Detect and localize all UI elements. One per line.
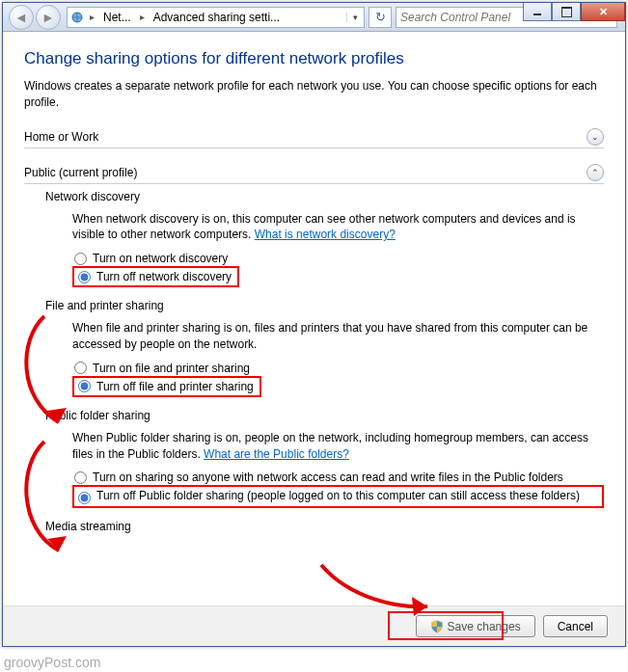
page-intro: Windows creates a separate network profi… bbox=[24, 78, 604, 111]
profile-public-header[interactable]: Public (current profile) ⌃ bbox=[24, 164, 604, 184]
profile-home-label: Home or Work bbox=[24, 130, 98, 144]
section-file-printer-sharing: File and printer sharing When file and p… bbox=[45, 299, 604, 397]
radio-discovery-off[interactable]: Turn off network discovery bbox=[76, 269, 233, 284]
profile-home-header[interactable]: Home or Work ⌄ bbox=[24, 128, 604, 148]
section-title: Network discovery bbox=[45, 190, 604, 203]
radio-discovery-on[interactable]: Turn on network discovery bbox=[72, 251, 604, 266]
titlebar: ◄ ► ▸ Net... ▸ Advanced sharing setti...… bbox=[3, 3, 625, 32]
page-title: Change sharing options for different net… bbox=[24, 49, 604, 68]
section-public-folder-sharing: Public folder sharing When Public folder… bbox=[45, 409, 604, 509]
save-changes-button[interactable]: Save changes bbox=[416, 615, 535, 637]
section-title: Media streaming bbox=[45, 520, 604, 533]
section-network-discovery: Network discovery When network discovery… bbox=[45, 190, 604, 288]
profile-public-label: Public (current profile) bbox=[24, 166, 137, 179]
nav-back-button[interactable]: ◄ bbox=[9, 5, 34, 30]
network-icon bbox=[68, 8, 87, 27]
breadcrumb-seg-network[interactable]: Net... bbox=[97, 11, 137, 24]
watermark: groovyPost.com bbox=[4, 655, 100, 670]
address-bar[interactable]: ▸ Net... ▸ Advanced sharing setti... ▾ bbox=[67, 7, 365, 28]
section-desc: When Public folder sharing is on, people… bbox=[72, 430, 604, 463]
radio-fileprint-on[interactable]: Turn on file and printer sharing bbox=[72, 361, 604, 376]
breadcrumb-arrow-icon: ▸ bbox=[137, 12, 148, 22]
section-title: File and printer sharing bbox=[45, 299, 604, 312]
refresh-button[interactable]: ↻ bbox=[369, 7, 392, 28]
cancel-button[interactable]: Cancel bbox=[543, 615, 608, 637]
close-button[interactable] bbox=[581, 3, 625, 21]
help-link-network-discovery[interactable]: What is network discovery? bbox=[255, 228, 396, 241]
maximize-button[interactable] bbox=[552, 3, 581, 21]
help-link-public-folders[interactable]: What are the Public folders? bbox=[204, 447, 349, 461]
shield-icon bbox=[430, 620, 444, 633]
section-desc: When network discovery is on, this compu… bbox=[72, 211, 604, 244]
radio-publicfolder-on[interactable]: Turn on sharing so anyone with network a… bbox=[72, 470, 604, 485]
address-dropdown-icon[interactable]: ▾ bbox=[346, 13, 364, 22]
radio-fileprint-off[interactable]: Turn off file and printer sharing bbox=[76, 379, 256, 394]
content-pane: Change sharing options for different net… bbox=[3, 32, 625, 606]
annotation-highlight: Turn off file and printer sharing bbox=[72, 376, 261, 397]
annotation-highlight: Turn off network discovery bbox=[72, 266, 239, 287]
nav-forward-button[interactable]: ► bbox=[36, 5, 61, 30]
section-media-streaming: Media streaming bbox=[45, 520, 604, 533]
chevron-down-icon[interactable]: ⌄ bbox=[587, 128, 604, 146]
footer-bar: Save changes Cancel bbox=[3, 605, 625, 646]
chevron-up-icon[interactable]: ⌃ bbox=[587, 164, 604, 181]
section-desc: When file and printer sharing is on, fil… bbox=[72, 320, 604, 353]
breadcrumb-arrow-icon: ▸ bbox=[87, 12, 97, 22]
radio-publicfolder-off[interactable]: Turn off Public folder sharing (people l… bbox=[76, 488, 598, 505]
section-title: Public folder sharing bbox=[45, 409, 604, 422]
minimize-button[interactable] bbox=[523, 3, 552, 21]
breadcrumb-seg-advanced-sharing[interactable]: Advanced sharing setti... bbox=[148, 11, 286, 24]
annotation-highlight: Turn off Public folder sharing (people l… bbox=[72, 485, 604, 508]
control-panel-window: ◄ ► ▸ Net... ▸ Advanced sharing setti...… bbox=[2, 2, 626, 647]
